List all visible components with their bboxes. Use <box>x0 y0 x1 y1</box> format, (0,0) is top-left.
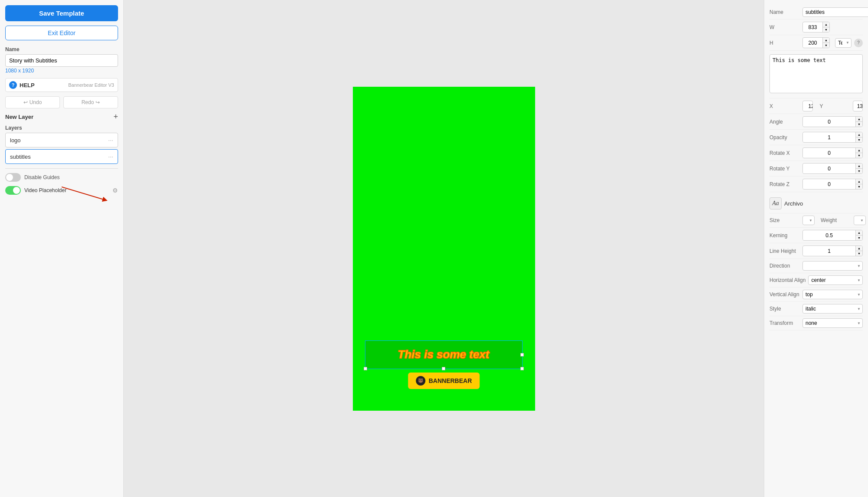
layer-item-logo[interactable]: logo ··· <box>5 133 118 147</box>
text-selection-box[interactable]: This is some text <box>365 340 523 369</box>
angle-value[interactable] <box>803 118 855 126</box>
disable-guides-toggle[interactable] <box>5 173 21 182</box>
textfit-info-button[interactable]: ? <box>854 39 863 47</box>
h-down-btn[interactable]: ▼ <box>823 43 829 48</box>
new-layer-row: New Layer + <box>5 113 118 121</box>
name-input[interactable] <box>5 54 118 67</box>
h-value[interactable] <box>803 39 822 47</box>
direction-select-wrapper: ltr rtl <box>802 261 863 271</box>
rotatez-up-btn[interactable]: ▲ <box>856 179 862 184</box>
rotatex-spinner[interactable]: ▲ ▼ <box>802 147 863 158</box>
kerning-up-btn[interactable]: ▲ <box>856 230 862 235</box>
undo-label: Undo <box>30 99 42 105</box>
lineheight-up-btn[interactable]: ▲ <box>856 246 862 251</box>
w-value[interactable] <box>803 23 822 32</box>
canvas-background[interactable]: This is some text 🐻 BANNERBEAR <box>353 87 535 411</box>
resize-handle-bc[interactable] <box>442 367 445 370</box>
y-spinner[interactable]: ▲ ▼ <box>853 101 863 111</box>
rotatey-spinner[interactable]: ▲ ▼ <box>802 163 863 174</box>
rotatex-value[interactable] <box>803 149 855 157</box>
svg-line-1 <box>62 187 105 200</box>
kerning-down-btn[interactable]: ▼ <box>856 235 862 240</box>
kerning-value[interactable] <box>803 231 855 240</box>
w-up-btn[interactable]: ▲ <box>823 22 829 27</box>
text-content-textarea[interactable]: This is some text <box>769 54 863 93</box>
canvas-area: This is some text 🐻 BANNERBEAR <box>124 0 764 497</box>
textfit-select[interactable]: Text Fit Scale None <box>835 38 852 48</box>
prop-rotatex-row: Rotate X ▲ ▼ <box>769 145 863 161</box>
prop-lineheight-label: Line Height <box>769 248 800 254</box>
opacity-spinner[interactable]: ▲ ▼ <box>802 132 863 143</box>
opacity-down-btn[interactable]: ▼ <box>856 137 862 142</box>
size-select[interactable]: 60 12 18 24 36 48 72 96 <box>802 216 815 225</box>
angle-spinner[interactable]: ▲ ▼ <box>802 116 863 127</box>
prop-transform-row: Transform none uppercase lowercase <box>769 316 863 330</box>
layers-label: Layers <box>5 125 118 131</box>
disable-guides-label: Disable Guides <box>24 174 59 180</box>
angle-spinner-btns: ▲ ▼ <box>855 117 862 127</box>
rotatez-value[interactable] <box>803 180 855 189</box>
redo-arrow-icon: ↪ <box>95 99 100 105</box>
opacity-up-btn[interactable]: ▲ <box>856 132 862 137</box>
video-placeholder-toggle[interactable] <box>5 186 21 195</box>
h-spinner[interactable]: ▲ ▼ <box>802 37 830 48</box>
redo-button[interactable]: Redo ↪ <box>63 96 118 108</box>
kerning-spinner[interactable]: ▲ ▼ <box>802 230 863 241</box>
video-gear-icon[interactable]: ⚙ <box>112 187 118 194</box>
lineheight-down-btn[interactable]: ▼ <box>856 251 862 256</box>
layer-name-logo: logo <box>10 137 21 144</box>
prop-h-textfit-row: H ▲ ▼ Text Fit Scale None ? <box>769 35 863 51</box>
rotatey-down-btn[interactable]: ▼ <box>856 169 862 173</box>
rotatey-up-btn[interactable]: ▲ <box>856 163 862 169</box>
undo-button[interactable]: ↩ Undo <box>5 96 60 108</box>
w-down-btn[interactable]: ▼ <box>823 27 829 32</box>
prop-valign-label: Vertical Align <box>769 291 800 298</box>
dimensions-link[interactable]: 1080 x 1920 <box>5 68 118 74</box>
resize-handle-mr[interactable] <box>520 353 524 356</box>
save-template-button[interactable]: Save Template <box>5 5 118 21</box>
w-spinner[interactable]: ▲ ▼ <box>802 22 830 33</box>
transform-select-wrapper: none uppercase lowercase <box>802 318 863 328</box>
angle-up-btn[interactable]: ▲ <box>856 117 862 122</box>
rotatey-value[interactable] <box>803 164 855 173</box>
prop-y-label: Y <box>820 103 850 109</box>
angle-down-btn[interactable]: ▼ <box>856 122 862 127</box>
valign-select[interactable]: top middle bottom <box>802 290 863 299</box>
halign-select[interactable]: center left right <box>808 275 863 285</box>
font-row: Aa Archivo <box>769 196 863 211</box>
prop-xy-row: X ▲ ▼ Y ▲ ▼ <box>769 98 863 114</box>
prop-name-input[interactable] <box>802 7 868 17</box>
prop-size-weight-row: Size 60 12 18 24 36 48 72 96 Weight 700 … <box>769 213 863 228</box>
layer-menu-logo[interactable]: ··· <box>108 137 113 144</box>
canvas-text: This is some text <box>398 348 490 361</box>
x-value[interactable] <box>803 102 813 111</box>
rotatez-down-btn[interactable]: ▼ <box>856 184 862 189</box>
weight-select[interactable]: 700 100 400 900 <box>854 216 866 225</box>
rotatex-up-btn[interactable]: ▲ <box>856 148 862 153</box>
opacity-value[interactable] <box>803 133 855 142</box>
h-up-btn[interactable]: ▲ <box>823 38 829 43</box>
prop-w-label: W <box>769 24 800 30</box>
y-value[interactable] <box>853 102 863 111</box>
undo-arrow-icon: ↩ <box>23 99 28 105</box>
divider <box>5 168 118 169</box>
direction-select[interactable]: ltr rtl <box>802 261 863 271</box>
h-spinner-btns: ▲ ▼ <box>822 38 829 48</box>
resize-handle-br[interactable] <box>520 367 524 370</box>
rotatez-spinner-btns: ▲ ▼ <box>855 179 862 189</box>
prop-angle-row: Angle ▲ ▼ <box>769 114 863 130</box>
lineheight-spinner[interactable]: ▲ ▼ <box>802 245 863 256</box>
x-spinner[interactable]: ▲ ▼ <box>802 101 813 111</box>
kerning-spinner-btns: ▲ ▼ <box>855 230 862 240</box>
style-select[interactable]: italic normal bold <box>802 304 863 314</box>
opacity-spinner-btns: ▲ ▼ <box>855 132 862 142</box>
add-layer-button[interactable]: + <box>113 113 118 121</box>
lineheight-value[interactable] <box>803 247 855 255</box>
transform-select[interactable]: none uppercase lowercase <box>802 318 863 328</box>
exit-editor-button[interactable]: Exit Editor <box>5 26 118 40</box>
rotatez-spinner[interactable]: ▲ ▼ <box>802 179 863 190</box>
rotatex-down-btn[interactable]: ▼ <box>856 153 862 158</box>
layer-item-subtitles[interactable]: subtitles ··· <box>5 149 118 164</box>
layer-menu-subtitles[interactable]: ··· <box>108 153 113 160</box>
resize-handle-bl[interactable] <box>364 367 367 370</box>
